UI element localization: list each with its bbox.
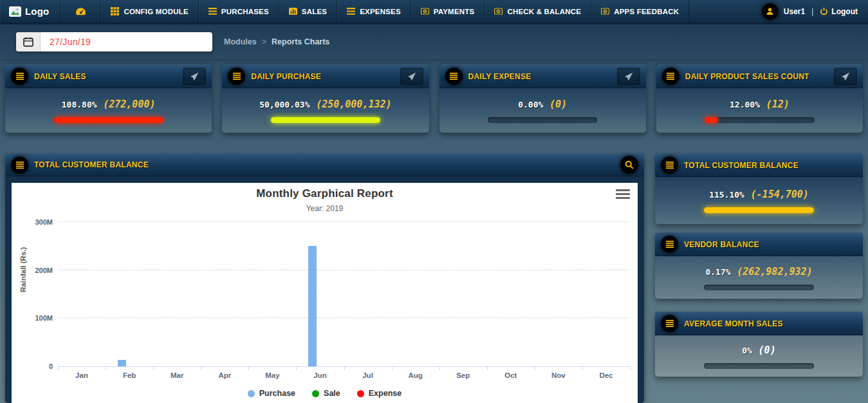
card-body: 108.80% (272,000) bbox=[5, 88, 212, 133]
x-axis-label: Sep bbox=[456, 371, 470, 379]
list-icon bbox=[666, 241, 674, 248]
list-icon bbox=[11, 156, 28, 174]
stat-value: 12.00% (12) bbox=[730, 98, 790, 110]
progress-track bbox=[704, 363, 814, 369]
user-name[interactable]: User1 bbox=[784, 7, 805, 16]
gridline bbox=[58, 270, 630, 270]
search-icon[interactable] bbox=[620, 156, 638, 174]
send-icon-button[interactable] bbox=[834, 68, 857, 85]
banknote-icon bbox=[421, 7, 429, 15]
send-icon bbox=[407, 72, 416, 81]
chart-bar-purchase[interactable] bbox=[308, 246, 317, 366]
kpi-card: DAILY PRODUCT SALES COUNT12.00% (12) bbox=[656, 64, 863, 133]
legend-dot bbox=[357, 390, 364, 397]
list-icon bbox=[666, 320, 674, 327]
nav-item-sales[interactable]: SALES bbox=[279, 0, 337, 23]
nav-item-payments[interactable]: PAYMENTS bbox=[411, 0, 485, 23]
legend-item-sale[interactable]: Sale bbox=[312, 389, 340, 398]
legend-item-purchase[interactable]: Purchase bbox=[248, 389, 295, 398]
stat-amount: (-154,700) bbox=[751, 189, 809, 200]
x-axis-tick bbox=[201, 366, 201, 370]
date-picker-input[interactable]: 27/Jun/19 bbox=[16, 32, 212, 52]
card-body: 0% (0) bbox=[655, 335, 863, 377]
send-icon bbox=[624, 72, 633, 81]
side-panel-card: TOTAL CUSTOMER BALANCE115.10% (-154,700) bbox=[655, 153, 863, 224]
x-axis-label: Dec bbox=[599, 371, 613, 379]
nav-item-config-module[interactable]: CONFIG MODULE bbox=[101, 0, 198, 23]
y-tick-label: 300M bbox=[35, 218, 53, 226]
legend-label: Sale bbox=[324, 389, 340, 398]
legend-item-expense[interactable]: Expense bbox=[357, 389, 402, 398]
chart-context-menu-icon[interactable] bbox=[616, 189, 630, 199]
date-value: 27/Jun/19 bbox=[41, 37, 91, 47]
nav-item-apps-feedback[interactable]: APPS FEEDBACK bbox=[591, 0, 689, 23]
logo[interactable]: Logo bbox=[0, 0, 61, 23]
chart-bar-purchase[interactable] bbox=[118, 360, 126, 366]
nav-item-label: PAYMENTS bbox=[434, 8, 475, 15]
image-icon bbox=[9, 6, 21, 17]
card-body: 12.00% (12) bbox=[656, 88, 863, 133]
x-axis-tick bbox=[535, 366, 535, 370]
list-icon bbox=[666, 162, 674, 169]
nav-item-label: PURCHASES bbox=[221, 8, 269, 15]
user-avatar[interactable] bbox=[762, 3, 779, 20]
card-header: DAILY PURCHASE bbox=[222, 64, 429, 88]
list-icon-circle bbox=[661, 156, 678, 174]
toolbar: 27/Jun/19 Modules > Reports Charts bbox=[0, 24, 868, 59]
x-axis-label: Nov bbox=[551, 371, 566, 379]
send-icon-button[interactable] bbox=[617, 68, 640, 85]
stat-amount: (272,000) bbox=[103, 98, 155, 110]
nav-item-check-balance[interactable]: CHECK & BALANCE bbox=[485, 0, 591, 23]
x-axis-label: Feb bbox=[123, 371, 136, 379]
progress-track bbox=[54, 117, 163, 123]
logo-label: Logo bbox=[25, 6, 49, 17]
chart-title: Monthly Garphical Report bbox=[12, 187, 638, 200]
nav-item-label: APPS FEEDBACK bbox=[614, 8, 679, 15]
card-body: 50,000.03% (250,000,132) bbox=[222, 88, 429, 133]
logout-label: Logout bbox=[831, 7, 858, 16]
stat-value: 50,000.03% (250,000,132) bbox=[259, 98, 391, 110]
progress-track bbox=[271, 117, 380, 123]
logout-button[interactable]: Logout bbox=[820, 7, 858, 16]
gridline bbox=[58, 221, 630, 222]
x-axis-tick bbox=[487, 366, 488, 370]
x-axis-tick bbox=[439, 366, 440, 370]
send-icon bbox=[190, 72, 199, 81]
list-icon-circle bbox=[11, 68, 28, 85]
list-icon-circle bbox=[662, 68, 679, 85]
calendar-icon[interactable] bbox=[16, 32, 41, 52]
stat-value: 0% (0) bbox=[742, 344, 775, 356]
main-row: TOTAL CUSTOMER BALANCE Monthly Garphical… bbox=[0, 133, 868, 403]
side-panel-column: TOTAL CUSTOMER BALANCE115.10% (-154,700)… bbox=[655, 153, 863, 377]
breadcrumb: Modules > Reports Charts bbox=[224, 37, 329, 46]
x-axis-label: May bbox=[265, 371, 279, 379]
stat-value: 108.80% (272,000) bbox=[62, 98, 156, 110]
kpi-card: DAILY SALES108.80% (272,000) bbox=[5, 64, 212, 133]
breadcrumb-separator: > bbox=[262, 37, 266, 46]
stat-percent: 50,000.03% bbox=[259, 100, 309, 109]
card-header: DAILY SALES bbox=[5, 64, 212, 88]
top-navbar: Logo CONFIG MODULEPURCHASESSALESEXPENSES… bbox=[0, 0, 868, 24]
stat-amount: (0) bbox=[549, 98, 567, 110]
nav-item-label: EXPENSES bbox=[360, 8, 401, 15]
send-icon-button[interactable] bbox=[400, 68, 423, 85]
card-title: AVERAGE MONTH SALES bbox=[684, 319, 783, 328]
card-header: VENDOR BALANCE bbox=[655, 232, 863, 256]
monthly-report-chart: Monthly Garphical ReportYear: 20190100M2… bbox=[12, 183, 638, 403]
stat-amount: (0) bbox=[759, 344, 776, 356]
list-icon-circle bbox=[661, 315, 678, 332]
nav-item-purchases[interactable]: PURCHASES bbox=[199, 0, 279, 23]
card-title: DAILY SALES bbox=[34, 72, 86, 81]
nav-item-dashboard[interactable] bbox=[61, 0, 101, 23]
x-axis-label: Jul bbox=[362, 371, 373, 379]
nav-item-expenses[interactable]: EXPENSES bbox=[337, 0, 411, 23]
stat-percent: 115.10% bbox=[709, 190, 744, 200]
legend-dot bbox=[248, 390, 255, 397]
side-panel-card: AVERAGE MONTH SALES0% (0) bbox=[655, 312, 863, 377]
send-icon-button[interactable] bbox=[183, 68, 206, 85]
list-icon bbox=[667, 73, 674, 80]
list-icon-circle bbox=[661, 236, 678, 253]
list-icon bbox=[450, 73, 457, 80]
kpi-card: DAILY PURCHASE50,000.03% (250,000,132) bbox=[222, 64, 429, 133]
breadcrumb-modules[interactable]: Modules bbox=[224, 37, 257, 46]
